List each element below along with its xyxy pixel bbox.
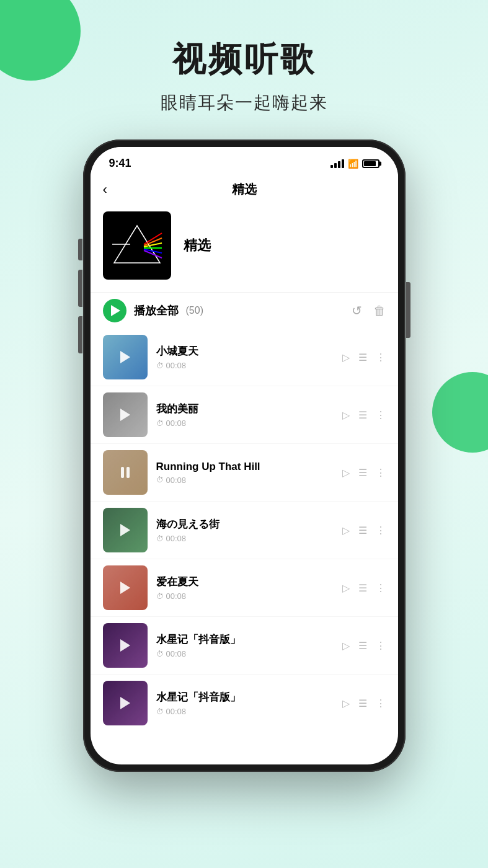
play-all-bar: 播放全部 (50) ↺ 🗑 xyxy=(91,292,398,329)
play-overlay xyxy=(103,335,148,379)
song-duration: ⏱ 00:08 xyxy=(156,591,342,601)
clock-icon: ⏱ xyxy=(156,534,164,543)
phone-screen: 9:41 📶 ‹ 精选 xyxy=(91,147,398,764)
repeat-icon[interactable]: ↺ xyxy=(352,303,362,318)
duration-value: 00:08 xyxy=(166,591,187,601)
duration-value: 00:08 xyxy=(166,418,187,428)
playlist-header: 精选 xyxy=(91,205,398,292)
song-item[interactable]: 海の見える街 ⏱ 00:08 ▷ ☰ ⋮ xyxy=(91,502,398,559)
back-button[interactable]: ‹ xyxy=(103,182,107,198)
song-thumbnail xyxy=(103,508,148,552)
play-overlay-icon xyxy=(120,639,130,652)
battery-fill xyxy=(364,161,376,166)
phone-frame: 9:41 📶 ‹ 精选 xyxy=(83,140,406,772)
menu-icon[interactable]: ☰ xyxy=(358,698,367,709)
more-icon[interactable]: ⋮ xyxy=(376,467,386,479)
delete-icon[interactable]: 🗑 xyxy=(373,304,386,318)
menu-icon[interactable]: ☰ xyxy=(358,467,367,479)
song-duration: ⏱ 00:08 xyxy=(156,418,342,428)
status-time: 9:41 xyxy=(109,157,131,170)
song-list: 小城夏天 ⏱ 00:08 ▷ ☰ ⋮ xyxy=(91,329,398,764)
video-play-icon[interactable]: ▷ xyxy=(342,698,350,709)
song-item[interactable]: 我的美丽 ⏱ 00:08 ▷ ☰ ⋮ xyxy=(91,386,398,444)
menu-icon[interactable]: ☰ xyxy=(358,352,367,363)
song-thumbnail xyxy=(103,565,148,610)
play-overlay xyxy=(103,450,148,495)
signal-icon xyxy=(331,159,344,168)
volume-mute-button xyxy=(78,239,82,260)
video-play-icon[interactable]: ▷ xyxy=(342,352,350,363)
prism-svg xyxy=(109,221,165,270)
clock-icon: ⏱ xyxy=(156,592,164,601)
song-title: 爱在夏天 xyxy=(156,575,342,589)
nav-title: 精选 xyxy=(232,181,257,198)
song-actions: ▷ ☰ ⋮ xyxy=(342,467,386,479)
song-duration: ⏱ 00:08 xyxy=(156,534,342,543)
hero-subtitle: 眼睛耳朵一起嗨起来 xyxy=(0,91,488,115)
clock-icon: ⏱ xyxy=(156,419,164,428)
song-item[interactable]: 爱在夏天 ⏱ 00:08 ▷ ☰ ⋮ xyxy=(91,559,398,617)
menu-icon[interactable]: ☰ xyxy=(358,582,367,594)
song-thumbnail xyxy=(103,450,148,495)
more-icon[interactable]: ⋮ xyxy=(376,698,386,709)
song-duration: ⏱ 00:08 xyxy=(156,361,342,370)
volume-down-button xyxy=(78,316,82,353)
duration-value: 00:08 xyxy=(166,534,187,543)
play-overlay xyxy=(103,392,148,437)
play-overlay xyxy=(103,508,148,552)
signal-bar-3 xyxy=(338,161,340,168)
more-icon[interactable]: ⋮ xyxy=(376,525,386,536)
song-duration: ⏱ 00:08 xyxy=(156,649,342,658)
more-icon[interactable]: ⋮ xyxy=(376,352,386,363)
song-title: 水星记「抖音版」 xyxy=(156,690,342,704)
song-duration: ⏱ 00:08 xyxy=(156,476,342,485)
clock-icon: ⏱ xyxy=(156,476,164,484)
song-item[interactable]: 水星记「抖音版」 ⏱ 00:08 ▷ ☰ ⋮ xyxy=(91,675,398,732)
song-info: 小城夏天 ⏱ 00:08 xyxy=(156,344,342,370)
play-overlay-icon xyxy=(120,524,130,536)
play-all-button[interactable] xyxy=(103,299,126,322)
menu-icon[interactable]: ☰ xyxy=(358,525,367,536)
clock-icon: ⏱ xyxy=(156,707,164,716)
song-title: 水星记「抖音版」 xyxy=(156,632,342,647)
more-icon[interactable]: ⋮ xyxy=(376,409,386,421)
song-item[interactable]: 水星记「抖音版」 ⏱ 00:08 ▷ ☰ ⋮ xyxy=(91,617,398,675)
song-title: Running Up That Hill xyxy=(156,461,342,473)
play-overlay-icon xyxy=(120,351,130,363)
playlist-name: 精选 xyxy=(184,236,211,255)
song-info: 爱在夏天 ⏱ 00:08 xyxy=(156,575,342,601)
pause-bar-1 xyxy=(121,467,124,478)
signal-bar-4 xyxy=(342,159,344,168)
song-thumbnail xyxy=(103,335,148,379)
song-thumbnail xyxy=(103,623,148,668)
play-overlay-icon xyxy=(120,409,130,421)
song-info: 水星记「抖音版」 ⏱ 00:08 xyxy=(156,632,342,658)
song-title: 海の見える街 xyxy=(156,517,342,531)
song-info: 水星记「抖音版」 ⏱ 00:08 xyxy=(156,690,342,716)
duration-value: 00:08 xyxy=(166,649,187,658)
duration-value: 00:08 xyxy=(166,707,187,716)
signal-bar-1 xyxy=(331,165,333,168)
play-overlay xyxy=(103,681,148,725)
more-icon[interactable]: ⋮ xyxy=(376,582,386,594)
more-icon[interactable]: ⋮ xyxy=(376,640,386,652)
menu-icon[interactable]: ☰ xyxy=(358,409,367,421)
album-art xyxy=(103,211,171,280)
song-item[interactable]: Running Up That Hill ⏱ 00:08 ▷ ☰ ⋮ xyxy=(91,444,398,502)
pause-bar-2 xyxy=(126,467,130,478)
video-play-icon[interactable]: ▷ xyxy=(342,525,350,536)
play-overlay-icon xyxy=(120,582,130,594)
video-play-icon[interactable]: ▷ xyxy=(342,467,350,479)
battery-icon xyxy=(362,159,379,168)
phone-wrapper: 9:41 📶 ‹ 精选 xyxy=(0,140,488,772)
song-item[interactable]: 小城夏天 ⏱ 00:08 ▷ ☰ ⋮ xyxy=(91,329,398,386)
power-button xyxy=(406,282,410,338)
clock-icon: ⏱ xyxy=(156,650,164,658)
song-info: Running Up That Hill ⏱ 00:08 xyxy=(156,461,342,485)
song-actions: ▷ ☰ ⋮ xyxy=(342,352,386,363)
song-actions: ▷ ☰ ⋮ xyxy=(342,409,386,421)
menu-icon[interactable]: ☰ xyxy=(358,640,367,652)
video-play-icon[interactable]: ▷ xyxy=(342,640,350,652)
video-play-icon[interactable]: ▷ xyxy=(342,409,350,421)
video-play-icon[interactable]: ▷ xyxy=(342,582,350,594)
